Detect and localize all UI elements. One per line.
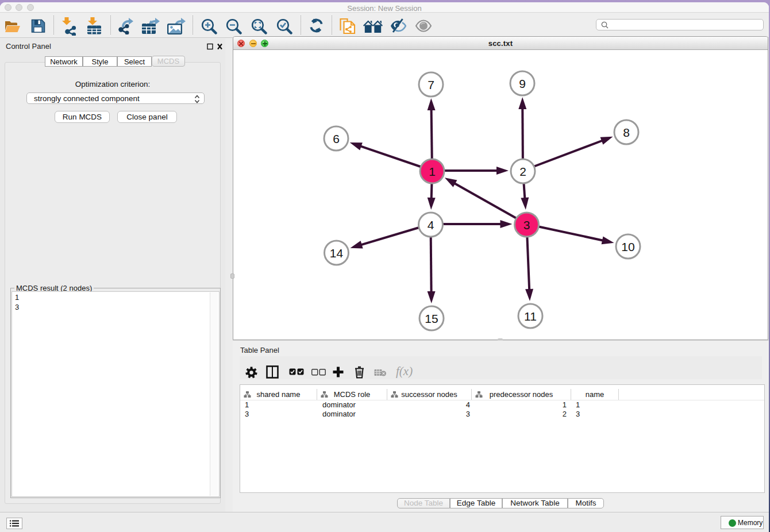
svg-text:4: 4 [428, 218, 434, 232]
svg-text:3: 3 [523, 218, 530, 232]
svg-text:14: 14 [330, 246, 344, 260]
svg-text:1: 1 [429, 165, 436, 178]
svg-text:2: 2 [519, 165, 526, 178]
svg-text:11: 11 [524, 310, 537, 323]
svg-text:10: 10 [621, 240, 634, 253]
svg-text:8: 8 [623, 126, 630, 139]
svg-text:15: 15 [425, 312, 438, 325]
svg-text:9: 9 [519, 77, 526, 90]
svg-text:6: 6 [333, 132, 340, 145]
svg-text:7: 7 [428, 78, 434, 91]
